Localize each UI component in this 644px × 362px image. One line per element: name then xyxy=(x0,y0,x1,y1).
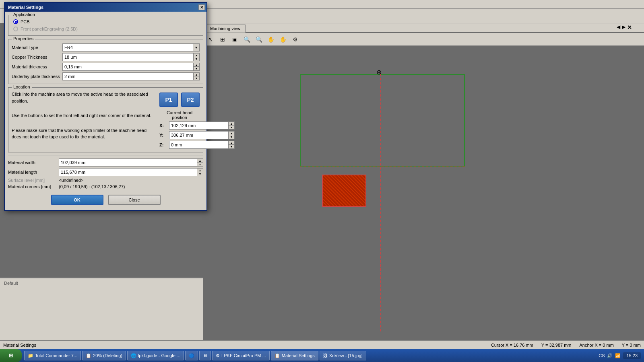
unknown2-icon: 🖥 xyxy=(203,353,207,358)
material-thickness-label: Material thickness xyxy=(12,64,60,69)
pcb-radio-row: PCB xyxy=(13,19,200,24)
p2-button[interactable]: P2 xyxy=(181,93,200,107)
unknown1-icon: 🔵 xyxy=(189,353,194,358)
status-bar: Material Settings Cursor X = 16,76 mm Y … xyxy=(0,340,644,349)
location-group-label: Location xyxy=(12,84,32,89)
material-thickness-input-wrap: ▲ ▼ xyxy=(62,63,200,71)
dialog-close-button[interactable]: ✕ xyxy=(198,4,205,10)
z-up[interactable]: ▲ xyxy=(229,141,234,145)
tab-close-icon[interactable]: ✕ xyxy=(627,24,632,31)
status-material-label: Material Settings xyxy=(3,343,36,348)
underlay-plate-up[interactable]: ▲ xyxy=(194,73,199,76)
z-coord-input-wrap: ▲ ▼ xyxy=(169,141,235,149)
tab-controls: ◀ ▶ ✕ xyxy=(617,24,632,31)
p1-button[interactable]: P1 xyxy=(159,93,178,107)
z-coord-input[interactable] xyxy=(169,141,228,148)
ok-button[interactable]: OK xyxy=(51,195,103,205)
copper-thickness-input[interactable] xyxy=(63,53,193,61)
underlay-plate-down[interactable]: ▼ xyxy=(194,76,199,80)
material-settings-dialog: Material Settings ✕ Application PCB Fron… xyxy=(4,2,207,211)
dialog-titlebar: Material Settings ✕ xyxy=(5,3,206,12)
material-length-input[interactable] xyxy=(59,169,197,176)
dialog-title: Material Settings xyxy=(8,5,43,10)
material-type-dropdown-arrow[interactable]: ▼ xyxy=(193,44,199,51)
dialog-buttons: OK Close xyxy=(8,193,203,207)
x-up[interactable]: ▲ xyxy=(229,122,234,125)
taskbar-total-commander[interactable]: 📁 Total Commander 7... xyxy=(24,351,81,360)
material-thickness-down[interactable]: ▼ xyxy=(194,67,199,70)
width-down[interactable]: ▼ xyxy=(197,162,203,166)
tab-prev-icon[interactable]: ◀ xyxy=(617,24,620,31)
properties-group-label: Properties xyxy=(12,36,35,41)
underlay-plate-label: Underlay plate thickness xyxy=(12,74,60,79)
taskbar-unknown1[interactable]: 🔵 xyxy=(185,351,198,360)
view-btn-grid[interactable]: ⊞ xyxy=(217,34,228,45)
y-down[interactable]: ▼ xyxy=(229,135,234,139)
pcb-radio[interactable] xyxy=(13,19,18,24)
tab-next-icon[interactable]: ▶ xyxy=(622,24,625,31)
surface-level-label: Surface level [mm] xyxy=(8,178,56,183)
underlay-plate-spinner: ▲ ▼ xyxy=(193,73,199,80)
total-commander-icon: 📁 xyxy=(28,353,33,358)
x-spinner: ▲ ▼ xyxy=(228,122,234,129)
material-length-label: Material length xyxy=(8,170,56,175)
lpkf-icon: ⚙ xyxy=(216,353,220,358)
copper-thickness-down[interactable]: ▼ xyxy=(194,57,199,61)
location-content: Click into the machine area to move the … xyxy=(12,89,200,149)
view-btn-pan2[interactable]: ✋ xyxy=(277,34,289,45)
view-btn-zoom-out[interactable]: 🔍 xyxy=(253,34,264,45)
material-length-input-wrap: ▲ ▼ xyxy=(59,168,203,176)
material-type-select[interactable]: FR4 xyxy=(63,44,193,51)
length-up[interactable]: ▲ xyxy=(197,169,203,172)
y-coord-input[interactable] xyxy=(169,132,228,139)
taskbar-deleting[interactable]: 📋 20% (Deleting) xyxy=(82,351,126,360)
total-commander-label: Total Commander 7... xyxy=(35,353,77,358)
y-up[interactable]: ▲ xyxy=(229,132,234,135)
close-button[interactable]: Close xyxy=(108,195,161,205)
material-thickness-input[interactable] xyxy=(63,63,193,70)
taskbar-xnview[interactable]: 🖼 XnView - [15.jpg] xyxy=(320,351,366,360)
taskbar-lpkf[interactable]: ⚙ LPKF CircuitPro PM ... xyxy=(212,351,270,360)
application-group-label: Application xyxy=(12,12,37,17)
taskbar-browser[interactable]: 🌐 lpkf-guide - Google ... xyxy=(127,351,184,360)
location-text-3: Please make sure that the working-depth … xyxy=(12,127,156,140)
x-coord-input[interactable] xyxy=(169,122,228,129)
copper-thickness-up[interactable]: ▲ xyxy=(194,53,199,57)
surface-level-row: Surface level [mm] <undefined> xyxy=(8,178,203,183)
view-btn-settings[interactable]: ⚙ xyxy=(289,34,301,45)
status-cursor-y: Y = 32,987 mm xyxy=(541,343,572,348)
status-cursor-x: Cursor X = 16,76 mm xyxy=(491,343,533,348)
dialog-body: Application PCB Front panel/Engraving (2… xyxy=(5,12,206,210)
underlay-plate-input-wrap: ▲ ▼ xyxy=(62,72,200,80)
material-length-spinner: ▲ ▼ xyxy=(197,169,203,176)
material-thickness-up[interactable]: ▲ xyxy=(194,63,199,67)
view-btn-zoom-in[interactable]: 🔍 xyxy=(241,34,252,45)
current-head-section: Current head position X: ▲ ▼ Y: xyxy=(159,110,200,149)
start-button[interactable]: ⊞ xyxy=(0,349,22,362)
material-width-input-wrap: ▲ ▼ xyxy=(59,158,203,167)
surface-level-value: <undefined> xyxy=(59,178,203,183)
taskbar: ⊞ 📁 Total Commander 7... 📋 20% (Deleting… xyxy=(0,349,644,362)
lpkf-label: LPKF CircuitPro PM ... xyxy=(221,353,266,358)
front-panel-radio[interactable] xyxy=(13,27,18,31)
pcb-dashed-horizontal xyxy=(300,167,465,167)
underlay-plate-input[interactable] xyxy=(63,73,193,80)
taskbar-right: CS 🔊 📶 15:23 xyxy=(595,352,644,359)
material-type-select-wrap: FR4 ▼ xyxy=(62,43,200,51)
z-down[interactable]: ▼ xyxy=(229,145,234,148)
pcb-board-pattern xyxy=(323,175,365,206)
separator-1 xyxy=(8,156,203,156)
length-down[interactable]: ▼ xyxy=(197,172,203,176)
width-up[interactable]: ▲ xyxy=(197,159,203,162)
taskbar-material-settings[interactable]: 📋 Material Settings xyxy=(271,351,318,360)
z-coord-label: Z: xyxy=(159,142,167,147)
view-btn-pan[interactable]: ✋ xyxy=(265,34,277,45)
material-width-input[interactable] xyxy=(59,159,197,166)
x-down[interactable]: ▼ xyxy=(229,125,234,129)
pcb-visualization: ⊕ xyxy=(300,74,469,307)
tab-machining-view[interactable]: Machining view xyxy=(205,25,246,33)
taskbar-unknown2[interactable]: 🖥 xyxy=(199,351,211,360)
canvas-area[interactable]: ⊕ xyxy=(203,46,644,353)
deleting-label: 20% (Deleting) xyxy=(93,353,122,358)
view-btn-select[interactable]: ▣ xyxy=(229,34,240,45)
